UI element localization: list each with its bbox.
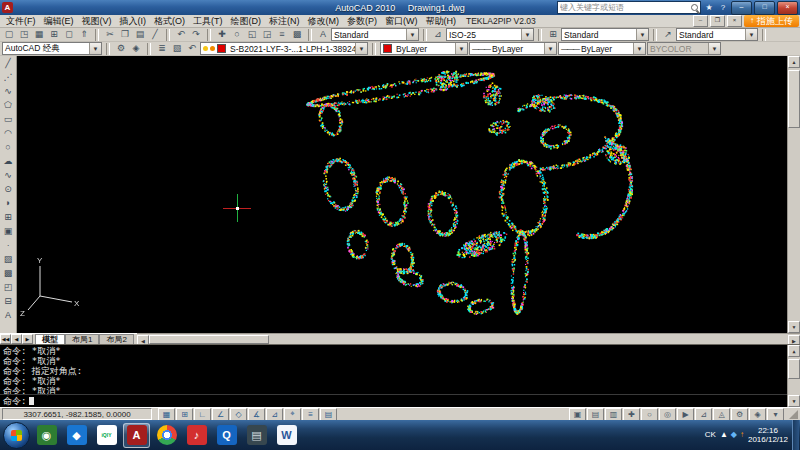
workspace-settings-button[interactable]: ⚙ <box>114 42 128 55</box>
quick-view-layouts-button[interactable]: ▤ <box>587 408 604 421</box>
menu-item-parametric[interactable]: 参数(P) <box>343 15 381 28</box>
scroll-left-icon[interactable]: ◀ <box>137 335 149 345</box>
annotation-visibility-button[interactable]: ◬ <box>713 408 730 421</box>
match-properties-button[interactable]: ╱ <box>148 28 162 41</box>
search-icon[interactable] <box>691 4 698 11</box>
polyline-button[interactable]: ∿ <box>1 84 15 98</box>
upload-badge-button[interactable]: ↑ 指施上传 <box>744 15 799 27</box>
show-motion-button[interactable]: ▶ <box>677 408 694 421</box>
qnew-button[interactable]: ▢ <box>2 28 16 41</box>
favorites-star-icon[interactable]: ★ <box>703 3 715 12</box>
command-scroll-up-icon[interactable]: ▲ <box>788 345 800 357</box>
model-space-button[interactable]: ▣ <box>569 408 586 421</box>
command-window[interactable]: 命令: *取消*命令: *取消*命令: 指定对角点:命令: *取消*命令: *取… <box>0 344 800 407</box>
rectangle-button[interactable]: ▭ <box>1 112 15 126</box>
command-scroll-thumb[interactable] <box>788 359 800 379</box>
object-color-combo[interactable]: ByLayer▼ <box>380 42 468 55</box>
workspace-switching-button[interactable]: ⚙ <box>731 408 748 421</box>
chevron-down-icon[interactable]: ▼ <box>521 29 533 40</box>
command-scrollbar[interactable]: ▲ ▼ <box>787 345 800 407</box>
command-prompt-row[interactable]: 命令: <box>3 396 34 406</box>
revision-cloud-button[interactable]: ☁ <box>1 154 15 168</box>
tab-layout1[interactable]: 布局1 <box>65 334 99 345</box>
point-button[interactable]: ∙ <box>1 238 15 252</box>
ortho-toggle-button[interactable]: ∟ <box>194 408 211 421</box>
document-restore-button[interactable]: ❐ <box>710 15 725 27</box>
minimize-button[interactable]: – <box>731 1 752 15</box>
ellipse-button[interactable]: ⊙ <box>1 182 15 196</box>
paste-button[interactable]: ▤ <box>133 28 147 41</box>
layer-combo[interactable]: S-B2021-LYF-3-...1-LPH-1-389242▼ <box>200 42 368 55</box>
plot-button[interactable]: ⊞ <box>47 28 61 41</box>
chevron-down-icon[interactable]: ▼ <box>633 43 645 54</box>
vertical-scroll-thumb[interactable] <box>788 70 800 128</box>
hatch-button[interactable]: ▨ <box>1 252 15 266</box>
quick-properties-toggle-button[interactable]: ▤ <box>320 408 337 421</box>
chevron-down-icon[interactable]: ▼ <box>636 29 648 40</box>
chevron-down-icon[interactable]: ▼ <box>355 43 367 54</box>
menu-item-file[interactable]: 文件(F) <box>2 15 40 28</box>
table-button[interactable]: ⊟ <box>1 294 15 308</box>
plot-preview-button[interactable]: ◻ <box>62 28 76 41</box>
layer-properties-button[interactable]: ≣ <box>155 42 169 55</box>
region-button[interactable]: ◰ <box>1 280 15 294</box>
chevron-down-icon[interactable]: ▼ <box>455 43 467 54</box>
taskbar-qq-button[interactable]: Q <box>213 423 240 448</box>
taskbar-pc-manager-button[interactable]: ◆ <box>63 423 90 448</box>
command-scroll-down-icon[interactable]: ▼ <box>788 395 800 407</box>
chevron-down-icon[interactable]: ▼ <box>745 29 757 40</box>
menu-item-help[interactable]: 帮助(H) <box>422 15 461 28</box>
quick-view-drawings-button[interactable]: ▥ <box>605 408 622 421</box>
arc-button[interactable]: ◠ <box>1 126 15 140</box>
input-language-indicator[interactable]: CK <box>705 430 716 440</box>
taskbar-music-player-button[interactable]: ♪ <box>183 423 210 448</box>
publish-button[interactable]: ⇑ <box>77 28 91 41</box>
cut-button[interactable]: ✂ <box>103 28 117 41</box>
object-snap-toggle-button[interactable]: ◇ <box>230 408 247 421</box>
menu-item-dimension[interactable]: 标注(N) <box>265 15 304 28</box>
line-button[interactable]: ╱ <box>1 56 15 70</box>
taskbar-word-button[interactable]: W <box>273 423 300 448</box>
taskbar-chrome-button[interactable] <box>153 423 180 448</box>
menu-item-format[interactable]: 格式(O) <box>150 15 189 28</box>
taskbar-file-manager-button[interactable]: ▤ <box>243 423 270 448</box>
safety-tray-icon[interactable]: ◆ <box>731 430 737 440</box>
text-style-button[interactable]: A <box>316 28 330 41</box>
table-style-button[interactable]: ⊞ <box>546 28 560 41</box>
menu-item-view[interactable]: 视图(V) <box>78 15 116 28</box>
scroll-right-icon[interactable]: ▶ <box>788 335 800 345</box>
polygon-button[interactable]: ⬠ <box>1 98 15 112</box>
plot-style-combo[interactable]: BYCOLOR▼ <box>647 42 721 55</box>
pan-button[interactable]: ✚ <box>215 28 229 41</box>
taskbar-autocad-button[interactable]: A <box>123 423 150 448</box>
snap-toggle-button[interactable]: ▦ <box>158 408 175 421</box>
scroll-down-icon[interactable]: ▼ <box>788 321 800 333</box>
toolbar-lock-button[interactable]: ◈ <box>749 408 766 421</box>
dim-style-combo[interactable]: ISO-25▼ <box>446 28 534 41</box>
dynamic-ucs-toggle-button[interactable]: ⊿ <box>266 408 283 421</box>
dynamic-input-toggle-button[interactable]: ⌖ <box>284 408 301 421</box>
tab-prev-icon[interactable]: ◀ <box>11 334 22 344</box>
grid-toggle-button[interactable]: ⊞ <box>176 408 193 421</box>
layer-previous-button[interactable]: ↶ <box>185 42 199 55</box>
menu-item-window[interactable]: 窗口(W) <box>381 15 422 28</box>
taskbar-iqiyi-button[interactable]: iQIY <box>93 423 120 448</box>
chevron-down-icon[interactable]: ▼ <box>708 43 720 54</box>
menu-item-modify[interactable]: 修改(M) <box>304 15 344 28</box>
help-icon[interactable]: ? <box>717 3 729 12</box>
chevron-down-icon[interactable]: ▼ <box>89 43 101 54</box>
zoom-window-button[interactable]: ◱ <box>245 28 259 41</box>
document-minimize-button[interactable]: – <box>693 15 708 27</box>
circle-button[interactable]: ○ <box>1 140 15 154</box>
upload-tray-icon[interactable]: ↑ <box>740 430 744 440</box>
document-close-button[interactable]: × <box>727 15 742 27</box>
ellipse-arc-button[interactable]: ◗ <box>1 196 15 210</box>
workspace-combo[interactable]: AutoCAD 经典▼ <box>2 42 102 55</box>
steering-wheel-button[interactable]: ◎ <box>659 408 676 421</box>
design-center-button[interactable]: ▩ <box>290 28 304 41</box>
pan-status-button[interactable]: ✚ <box>623 408 640 421</box>
copy-button[interactable]: ❐ <box>118 28 132 41</box>
layer-states-button[interactable]: ▧ <box>170 42 184 55</box>
chevron-down-icon[interactable]: ▼ <box>544 43 556 54</box>
drawing-canvas[interactable] <box>18 56 787 333</box>
